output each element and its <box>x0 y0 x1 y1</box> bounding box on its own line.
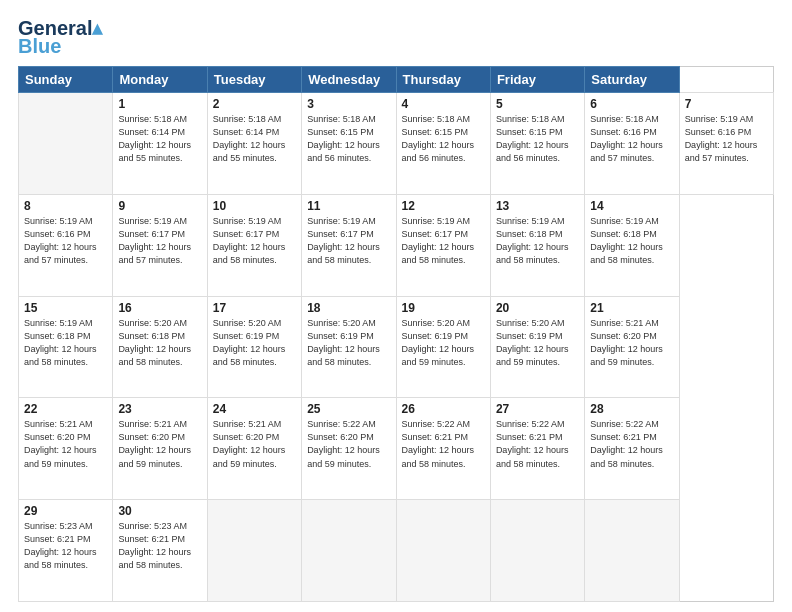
daylight-minutes: and 55 minutes. <box>118 153 182 163</box>
col-header-monday: Monday <box>113 67 207 93</box>
daylight-label: Daylight: 12 hours <box>24 242 97 252</box>
calendar-cell <box>302 500 396 602</box>
sunset-label: Sunset: 6:14 PM <box>118 127 185 137</box>
daylight-minutes: and 56 minutes. <box>402 153 466 163</box>
col-header-wednesday: Wednesday <box>302 67 396 93</box>
sunrise-label: Sunrise: 5:22 AM <box>402 419 471 429</box>
day-info: Sunrise: 5:19 AM Sunset: 6:18 PM Dayligh… <box>590 215 673 267</box>
sunrise-label: Sunrise: 5:21 AM <box>24 419 93 429</box>
day-info: Sunrise: 5:22 AM Sunset: 6:20 PM Dayligh… <box>307 418 390 470</box>
daylight-minutes: and 58 minutes. <box>118 560 182 570</box>
daylight-minutes: and 58 minutes. <box>496 255 560 265</box>
calendar-cell: 4 Sunrise: 5:18 AM Sunset: 6:15 PM Dayli… <box>396 93 490 195</box>
day-number: 23 <box>118 402 201 416</box>
sunset-label: Sunset: 6:19 PM <box>496 331 563 341</box>
daylight-minutes: and 59 minutes. <box>496 357 560 367</box>
day-info: Sunrise: 5:19 AM Sunset: 6:18 PM Dayligh… <box>496 215 579 267</box>
sunset-label: Sunset: 6:20 PM <box>213 432 280 442</box>
day-info: Sunrise: 5:18 AM Sunset: 6:15 PM Dayligh… <box>402 113 485 165</box>
daylight-label: Daylight: 12 hours <box>307 445 380 455</box>
day-info: Sunrise: 5:22 AM Sunset: 6:21 PM Dayligh… <box>496 418 579 470</box>
daylight-label: Daylight: 12 hours <box>24 344 97 354</box>
day-info: Sunrise: 5:18 AM Sunset: 6:14 PM Dayligh… <box>213 113 296 165</box>
sunset-label: Sunset: 6:21 PM <box>24 534 91 544</box>
calendar-cell: 19 Sunrise: 5:20 AM Sunset: 6:19 PM Dayl… <box>396 296 490 398</box>
daylight-label: Daylight: 12 hours <box>590 344 663 354</box>
daylight-label: Daylight: 12 hours <box>496 242 569 252</box>
calendar-week-row: 1 Sunrise: 5:18 AM Sunset: 6:14 PM Dayli… <box>19 93 774 195</box>
day-info: Sunrise: 5:19 AM Sunset: 6:17 PM Dayligh… <box>118 215 201 267</box>
calendar-cell: 15 Sunrise: 5:19 AM Sunset: 6:18 PM Dayl… <box>19 296 113 398</box>
daylight-minutes: and 58 minutes. <box>24 560 88 570</box>
day-number: 17 <box>213 301 296 315</box>
daylight-minutes: and 58 minutes. <box>213 357 277 367</box>
day-number: 11 <box>307 199 390 213</box>
daylight-label: Daylight: 12 hours <box>402 242 475 252</box>
calendar-cell: 24 Sunrise: 5:21 AM Sunset: 6:20 PM Dayl… <box>207 398 301 500</box>
day-info: Sunrise: 5:18 AM Sunset: 6:15 PM Dayligh… <box>496 113 579 165</box>
calendar-cell: 12 Sunrise: 5:19 AM Sunset: 6:17 PM Dayl… <box>396 194 490 296</box>
sunrise-label: Sunrise: 5:23 AM <box>118 521 187 531</box>
calendar-cell: 8 Sunrise: 5:19 AM Sunset: 6:16 PM Dayli… <box>19 194 113 296</box>
daylight-label: Daylight: 12 hours <box>307 140 380 150</box>
day-number: 7 <box>685 97 768 111</box>
sunset-label: Sunset: 6:18 PM <box>118 331 185 341</box>
daylight-label: Daylight: 12 hours <box>24 547 97 557</box>
day-number: 12 <box>402 199 485 213</box>
calendar-header-row: SundayMondayTuesdayWednesdayThursdayFrid… <box>19 67 774 93</box>
sunrise-label: Sunrise: 5:18 AM <box>213 114 282 124</box>
day-number: 25 <box>307 402 390 416</box>
day-number: 28 <box>590 402 673 416</box>
daylight-minutes: and 58 minutes. <box>24 357 88 367</box>
col-header-thursday: Thursday <box>396 67 490 93</box>
sunrise-label: Sunrise: 5:20 AM <box>496 318 565 328</box>
daylight-label: Daylight: 12 hours <box>24 445 97 455</box>
daylight-minutes: and 55 minutes. <box>213 153 277 163</box>
sunrise-label: Sunrise: 5:19 AM <box>685 114 754 124</box>
sunset-label: Sunset: 6:16 PM <box>24 229 91 239</box>
sunset-label: Sunset: 6:18 PM <box>24 331 91 341</box>
daylight-minutes: and 59 minutes. <box>118 459 182 469</box>
day-number: 27 <box>496 402 579 416</box>
day-number: 1 <box>118 97 201 111</box>
daylight-minutes: and 59 minutes. <box>24 459 88 469</box>
day-number: 24 <box>213 402 296 416</box>
day-number: 22 <box>24 402 107 416</box>
daylight-minutes: and 57 minutes. <box>685 153 749 163</box>
daylight-label: Daylight: 12 hours <box>118 344 191 354</box>
day-info: Sunrise: 5:21 AM Sunset: 6:20 PM Dayligh… <box>118 418 201 470</box>
daylight-minutes: and 58 minutes. <box>590 459 654 469</box>
calendar-cell: 16 Sunrise: 5:20 AM Sunset: 6:18 PM Dayl… <box>113 296 207 398</box>
calendar-cell: 10 Sunrise: 5:19 AM Sunset: 6:17 PM Dayl… <box>207 194 301 296</box>
sunrise-label: Sunrise: 5:21 AM <box>590 318 659 328</box>
calendar-week-row: 15 Sunrise: 5:19 AM Sunset: 6:18 PM Dayl… <box>19 296 774 398</box>
calendar-cell <box>585 500 679 602</box>
calendar-cell: 7 Sunrise: 5:19 AM Sunset: 6:16 PM Dayli… <box>679 93 773 195</box>
sunset-label: Sunset: 6:16 PM <box>685 127 752 137</box>
sunset-label: Sunset: 6:14 PM <box>213 127 280 137</box>
calendar-cell: 14 Sunrise: 5:19 AM Sunset: 6:18 PM Dayl… <box>585 194 679 296</box>
day-number: 5 <box>496 97 579 111</box>
sunrise-label: Sunrise: 5:19 AM <box>24 216 93 226</box>
calendar-cell: 29 Sunrise: 5:23 AM Sunset: 6:21 PM Dayl… <box>19 500 113 602</box>
day-info: Sunrise: 5:19 AM Sunset: 6:17 PM Dayligh… <box>307 215 390 267</box>
sunset-label: Sunset: 6:20 PM <box>24 432 91 442</box>
daylight-minutes: and 56 minutes. <box>307 153 371 163</box>
day-info: Sunrise: 5:18 AM Sunset: 6:14 PM Dayligh… <box>118 113 201 165</box>
day-info: Sunrise: 5:23 AM Sunset: 6:21 PM Dayligh… <box>118 520 201 572</box>
col-header-tuesday: Tuesday <box>207 67 301 93</box>
calendar-cell: 27 Sunrise: 5:22 AM Sunset: 6:21 PM Dayl… <box>490 398 584 500</box>
calendar-week-row: 8 Sunrise: 5:19 AM Sunset: 6:16 PM Dayli… <box>19 194 774 296</box>
day-info: Sunrise: 5:18 AM Sunset: 6:15 PM Dayligh… <box>307 113 390 165</box>
calendar-cell: 30 Sunrise: 5:23 AM Sunset: 6:21 PM Dayl… <box>113 500 207 602</box>
daylight-label: Daylight: 12 hours <box>213 140 286 150</box>
daylight-minutes: and 59 minutes. <box>402 357 466 367</box>
sunrise-label: Sunrise: 5:19 AM <box>213 216 282 226</box>
sunset-label: Sunset: 6:20 PM <box>590 331 657 341</box>
sunset-label: Sunset: 6:15 PM <box>307 127 374 137</box>
sunset-label: Sunset: 6:21 PM <box>118 534 185 544</box>
day-number: 18 <box>307 301 390 315</box>
day-info: Sunrise: 5:22 AM Sunset: 6:21 PM Dayligh… <box>402 418 485 470</box>
day-number: 2 <box>213 97 296 111</box>
daylight-minutes: and 59 minutes. <box>307 459 371 469</box>
